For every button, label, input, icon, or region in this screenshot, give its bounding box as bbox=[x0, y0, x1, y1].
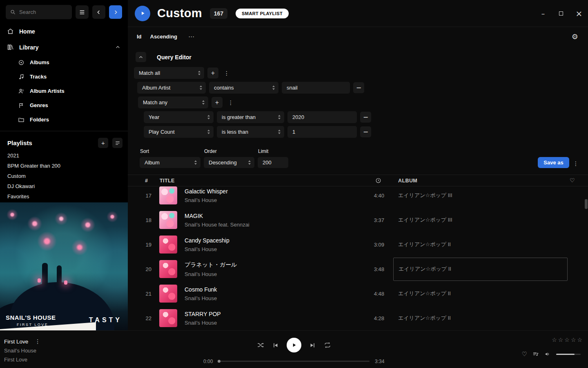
rule-operator-select[interactable]: is greater than bbox=[217, 111, 284, 123]
rule-operator-select[interactable]: contains bbox=[209, 82, 278, 94]
table-row[interactable]: 21 Cosmo Funk Snail’s House 4:48 エイリアン☆ポ… bbox=[128, 281, 588, 306]
rule-field-select[interactable]: Year bbox=[144, 111, 214, 123]
sidebar-item-genres[interactable]: Genres bbox=[0, 98, 128, 112]
playlist-item[interactable]: 2021 bbox=[0, 150, 128, 161]
order-select[interactable]: Descending bbox=[204, 157, 254, 168]
star-icon[interactable]: ☆ bbox=[558, 337, 564, 343]
playlist-view-button[interactable] bbox=[112, 138, 122, 148]
now-playing-artwork[interactable]: SNAIL'S HOUSE FIRST LOVE TASTY bbox=[0, 202, 128, 330]
add-rule-button[interactable]: + bbox=[207, 67, 218, 79]
volume-icon[interactable] bbox=[544, 351, 551, 357]
add-rule-button[interactable]: + bbox=[212, 97, 223, 108]
volume-slider[interactable] bbox=[556, 354, 581, 355]
track-album[interactable]: エイリアン☆ポップ II bbox=[393, 232, 568, 257]
hamburger-icon bbox=[79, 9, 85, 16]
column-album[interactable]: ALBUM bbox=[398, 178, 417, 184]
sort-order-control[interactable]: Ascending bbox=[150, 34, 177, 40]
queue-button[interactable] bbox=[532, 351, 539, 357]
playlist-item[interactable]: BPM Greater than 200 bbox=[0, 161, 128, 171]
sort-select[interactable]: Album bbox=[140, 157, 200, 168]
rule-value-input[interactable] bbox=[287, 111, 357, 123]
match-mode-select[interactable]: Match all bbox=[134, 67, 204, 79]
remove-rule-button[interactable]: − bbox=[353, 82, 364, 93]
sidebar-item-label: Album Artists bbox=[30, 88, 65, 94]
sidebar-item-home[interactable]: Home bbox=[0, 23, 128, 39]
sidebar-item-folders[interactable]: Folders bbox=[0, 112, 128, 127]
back-button[interactable] bbox=[92, 5, 105, 19]
next-button[interactable] bbox=[309, 342, 316, 349]
play-pause-button[interactable] bbox=[287, 338, 301, 352]
track-duration: 4:48 bbox=[348, 291, 384, 297]
track-artist: Snail’s House bbox=[185, 271, 348, 277]
table-row[interactable]: 20 プラネット・ガール Snail’s House 3:48 エイリアン☆ポッ… bbox=[128, 257, 588, 281]
order-label: Order bbox=[204, 148, 254, 154]
sidebar-item-library[interactable]: Library bbox=[0, 39, 128, 55]
track-album[interactable]: エイリアン☆ポップ II bbox=[393, 281, 568, 306]
table-row[interactable]: 22 STARRY POP Snail’s House 4:28 エイリアン☆ポ… bbox=[128, 306, 588, 330]
maximize-button[interactable] bbox=[552, 0, 570, 27]
track-album-focused[interactable]: エイリアン☆ポップ II bbox=[393, 258, 568, 281]
track-album[interactable]: エイリアン☆ポップ II bbox=[393, 306, 568, 330]
previous-button[interactable] bbox=[272, 342, 279, 349]
favorite-heart-icon[interactable]: ♡ bbox=[522, 350, 527, 358]
sidebar-item-albums[interactable]: Albums bbox=[0, 55, 128, 70]
search-box[interactable] bbox=[6, 5, 72, 19]
save-as-button[interactable]: Save as bbox=[538, 157, 569, 168]
track-album[interactable]: エイリアン☆ポップ III bbox=[393, 186, 568, 208]
rule-operator-select[interactable]: is less than bbox=[217, 126, 284, 138]
seek-bar[interactable] bbox=[218, 361, 370, 362]
group-menu-icon[interactable]: ⋮ bbox=[226, 99, 236, 106]
heart-icon[interactable]: ♡ bbox=[570, 177, 575, 184]
close-button[interactable]: × bbox=[570, 0, 588, 27]
rule-field-select[interactable]: Album Artist bbox=[137, 82, 206, 94]
star-icon[interactable]: ☆ bbox=[552, 337, 557, 343]
scrollbar-thumb[interactable] bbox=[585, 199, 588, 209]
shuffle-button[interactable] bbox=[257, 341, 264, 349]
seek-knob[interactable] bbox=[218, 360, 220, 363]
collapse-button[interactable] bbox=[136, 52, 146, 62]
play-playlist-button[interactable] bbox=[135, 6, 150, 21]
select-carets-icon bbox=[278, 115, 281, 119]
rule-value-input[interactable] bbox=[282, 82, 350, 94]
match-mode-select[interactable]: Match any bbox=[138, 96, 208, 108]
playlist-item[interactable]: Favorites bbox=[0, 191, 128, 202]
plus-icon: + bbox=[215, 99, 219, 106]
star-icon[interactable]: ☆ bbox=[564, 337, 570, 343]
sort-field-control[interactable]: Id bbox=[137, 34, 142, 40]
rule-field-select[interactable]: Play Count bbox=[144, 126, 214, 138]
track-album[interactable]: エイリアン☆ポップ III bbox=[393, 208, 568, 232]
album-art-thumbnail bbox=[159, 211, 177, 229]
minimize-button[interactable]: – bbox=[534, 0, 552, 27]
playlist-item[interactable]: Custom bbox=[0, 171, 128, 181]
table-row[interactable]: 18 MAGIK Snail’s House feat. Sennzai 3:3… bbox=[128, 208, 588, 232]
clock-icon[interactable] bbox=[375, 177, 381, 184]
column-number[interactable]: # bbox=[145, 178, 148, 184]
track-menu-icon[interactable]: ⋮ bbox=[33, 338, 42, 345]
column-title[interactable]: TITLE bbox=[160, 178, 175, 184]
group-menu-icon[interactable]: ⋮ bbox=[222, 70, 232, 76]
table-row[interactable]: 19 Candy Spaceship Snail’s House 3:09 エイ… bbox=[128, 232, 588, 257]
gear-icon[interactable]: ⚙ bbox=[572, 32, 578, 41]
add-playlist-button[interactable]: + bbox=[98, 138, 108, 148]
transport-controls bbox=[257, 338, 331, 352]
query-menu-icon[interactable]: ⋮ bbox=[571, 160, 581, 167]
remove-rule-button[interactable]: − bbox=[360, 112, 371, 123]
track-duration: 4:40 bbox=[348, 193, 384, 199]
remove-rule-button[interactable]: − bbox=[360, 126, 371, 137]
search-input[interactable] bbox=[19, 9, 68, 15]
chevron-up-icon[interactable] bbox=[115, 45, 120, 50]
sidebar-item-tracks[interactable]: Tracks bbox=[0, 70, 128, 84]
star-icon[interactable]: ☆ bbox=[577, 337, 582, 343]
repeat-button[interactable] bbox=[324, 341, 331, 349]
select-value: Year bbox=[149, 114, 159, 120]
table-row[interactable]: 17 Galactic Whisper Snail’s House 4:40 エ… bbox=[128, 186, 588, 208]
flag-icon bbox=[18, 102, 24, 109]
rule-value-input[interactable] bbox=[287, 126, 357, 138]
menu-button[interactable] bbox=[76, 5, 89, 19]
playlist-item[interactable]: DJ Okawari bbox=[0, 181, 128, 191]
sidebar-item-album-artists[interactable]: Album Artists bbox=[0, 84, 128, 98]
forward-button[interactable] bbox=[109, 5, 122, 19]
more-options-icon[interactable]: ⋯ bbox=[188, 33, 194, 40]
limit-input[interactable] bbox=[258, 157, 288, 168]
star-icon[interactable]: ☆ bbox=[571, 337, 576, 343]
